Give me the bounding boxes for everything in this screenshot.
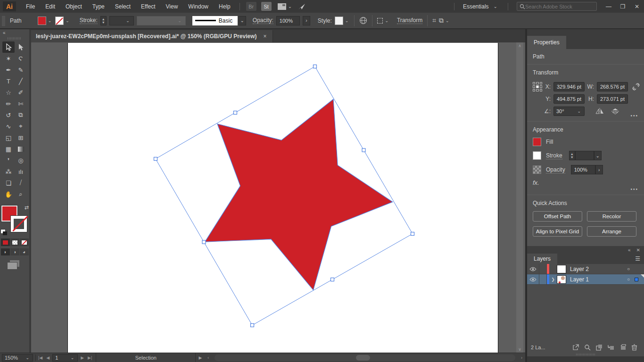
selection-handle[interactable] bbox=[202, 240, 206, 244]
align-icon[interactable]: ⌗ bbox=[432, 16, 436, 25]
opacity-value[interactable]: 100% bbox=[276, 16, 300, 25]
transform-link[interactable]: Transform bbox=[397, 17, 422, 24]
gradient-tool[interactable] bbox=[15, 143, 27, 155]
share-icon[interactable] bbox=[297, 3, 306, 10]
paintbrush-tool[interactable]: ✐ bbox=[15, 87, 27, 98]
width-tool[interactable]: ∿ bbox=[2, 121, 15, 132]
scroll-up-icon[interactable]: ∧ bbox=[518, 42, 521, 49]
chevron-down-icon[interactable]: ⌄ bbox=[384, 18, 389, 23]
arrange-documents-icon[interactable] bbox=[278, 3, 286, 10]
vertical-scrollbar[interactable]: ∧ ∨ bbox=[516, 42, 523, 353]
draw-behind-button[interactable]: ◑ bbox=[10, 248, 19, 255]
scissors-tool[interactable]: ✄ bbox=[15, 98, 27, 109]
chevron-down-icon[interactable]: ⌄ bbox=[288, 4, 292, 9]
status-back-icon[interactable]: ‹ bbox=[205, 355, 212, 360]
panel-grip[interactable] bbox=[2, 16, 5, 26]
shaper-tool[interactable]: ✏ bbox=[2, 98, 15, 109]
stock-button[interactable]: St bbox=[261, 2, 272, 11]
zoom-level-dropdown[interactable]: 150% ⌄ bbox=[2, 354, 33, 362]
scrollbar-thumb[interactable] bbox=[356, 355, 370, 361]
bridge-button[interactable]: Br bbox=[246, 2, 256, 11]
close-panel-icon[interactable]: ✕ bbox=[636, 247, 640, 253]
x-field[interactable]: 329.946 pt bbox=[553, 82, 585, 91]
menu-view[interactable]: View bbox=[161, 0, 183, 13]
select-similar-icon[interactable] bbox=[377, 18, 383, 24]
selection-handle[interactable] bbox=[362, 148, 365, 152]
stroke-weight-link[interactable]: Stroke: bbox=[80, 17, 98, 24]
zoom-tool[interactable]: ⌕ bbox=[15, 189, 27, 200]
stroke-weight-stepper[interactable]: ▲▼ bbox=[100, 16, 107, 25]
new-layer-icon[interactable] bbox=[617, 344, 628, 351]
flip-vertical-icon[interactable] bbox=[611, 108, 619, 115]
arrange-button[interactable]: Arrange bbox=[587, 226, 636, 237]
menu-object[interactable]: Object bbox=[60, 0, 87, 13]
collect-for-export-icon[interactable] bbox=[570, 344, 581, 351]
collapse-panel-icon[interactable]: « bbox=[0, 29, 8, 36]
appearance-fill-swatch[interactable] bbox=[533, 138, 541, 146]
reference-point-selector[interactable] bbox=[533, 82, 542, 91]
symbol-sprayer-tool[interactable]: ⁂ bbox=[2, 166, 15, 177]
restore-button[interactable]: ❐ bbox=[616, 0, 630, 13]
type-tool[interactable]: T bbox=[2, 75, 15, 87]
default-fill-stroke-icon[interactable] bbox=[0, 229, 6, 234]
fill-color-swatch[interactable] bbox=[38, 16, 46, 25]
unlink-proportions-icon[interactable] bbox=[631, 82, 641, 91]
layer-name[interactable]: Layer 2 bbox=[570, 266, 622, 272]
flip-horizontal-icon[interactable] bbox=[595, 108, 604, 115]
opacity-link[interactable]: Opacity bbox=[546, 166, 565, 173]
chevron-down-icon[interactable]: ⌄ bbox=[47, 18, 53, 23]
h-field[interactable]: 273.071 pt bbox=[597, 94, 628, 104]
document-setup-globe-icon[interactable] bbox=[359, 16, 367, 25]
swap-fill-stroke-icon[interactable]: ⇄ bbox=[25, 205, 29, 211]
menu-type[interactable]: Type bbox=[87, 0, 110, 13]
curvature-tool[interactable]: ✎ bbox=[15, 64, 27, 75]
opacity-expand-arrow[interactable]: › bbox=[595, 165, 603, 174]
appearance-stroke-swatch[interactable] bbox=[533, 151, 541, 160]
panel-grip[interactable] bbox=[8, 37, 22, 40]
canvas[interactable]: ∧ ∨ bbox=[31, 42, 525, 353]
star-shape-tool[interactable]: ☆ bbox=[2, 87, 15, 98]
chevron-down-icon[interactable]: ⌄ bbox=[344, 18, 350, 23]
horizontal-scrollbar[interactable] bbox=[215, 354, 515, 361]
y-field[interactable]: 494.875 pt bbox=[553, 94, 585, 104]
blend-tool[interactable]: ◎ bbox=[15, 155, 27, 166]
layer-row-layer-1[interactable]: ❯ ★ Layer 1 ○ bbox=[527, 274, 644, 285]
none-mode-button[interactable] bbox=[20, 239, 29, 246]
visibility-eye-icon[interactable] bbox=[527, 264, 539, 274]
selection-indicator[interactable] bbox=[635, 278, 644, 281]
draw-inside-button[interactable]: ◕ bbox=[20, 248, 29, 255]
eyedropper-tool[interactable]: ❜ bbox=[2, 155, 15, 166]
visibility-eye-icon[interactable] bbox=[527, 274, 539, 284]
delete-layer-icon[interactable] bbox=[628, 344, 640, 351]
rotation-angle-dropdown[interactable]: 30° ⌄ bbox=[553, 107, 585, 116]
screen-mode-button[interactable] bbox=[10, 260, 19, 267]
w-field[interactable]: 268.576 pt bbox=[597, 82, 628, 91]
opacity-field[interactable]: 100% bbox=[571, 165, 595, 174]
menu-window[interactable]: Window bbox=[183, 0, 214, 13]
perspective-grid-tool[interactable]: ⊞ bbox=[15, 132, 27, 143]
document-tab[interactable]: lesly-juarez-EW2cPMEp0mI-unsplash [Recov… bbox=[31, 30, 273, 42]
slice-tool[interactable]: ⧸ bbox=[15, 177, 27, 189]
chevron-down-icon[interactable]: ⌄ bbox=[65, 18, 70, 23]
collapse-panel-icon[interactable]: « bbox=[628, 247, 631, 253]
previous-artboard-button[interactable]: ◀ bbox=[46, 355, 50, 360]
layer-row-layer-2[interactable]: Layer 2 ○ bbox=[527, 264, 644, 274]
stroke-weight-field[interactable] bbox=[575, 151, 594, 160]
stroke-weight-stepper[interactable]: ▲▼ bbox=[569, 151, 575, 160]
menu-help[interactable]: Help bbox=[214, 0, 236, 13]
shape-builder-tool[interactable]: ◱ bbox=[2, 132, 15, 143]
align-to-pixel-grid-button[interactable]: Align to Pixel Grid bbox=[533, 226, 582, 237]
layer-thumbnail[interactable] bbox=[557, 265, 566, 273]
layer-name[interactable]: Layer 1 bbox=[570, 276, 622, 283]
selection-tool[interactable] bbox=[2, 41, 15, 53]
search-input[interactable] bbox=[525, 4, 586, 9]
artboard-tool[interactable]: ❏ bbox=[2, 177, 15, 189]
tab-properties[interactable]: Properties bbox=[527, 36, 566, 49]
line-segment-tool[interactable]: ╱ bbox=[15, 75, 27, 87]
puppet-warp-tool[interactable]: ⌖ bbox=[15, 121, 27, 132]
new-sublayer-icon[interactable] bbox=[605, 344, 617, 351]
offset-path-button[interactable]: Offset Path bbox=[533, 211, 582, 222]
mesh-tool[interactable]: ▦ bbox=[2, 143, 15, 155]
locate-object-icon[interactable] bbox=[581, 344, 593, 351]
selection-handle[interactable] bbox=[411, 232, 414, 236]
